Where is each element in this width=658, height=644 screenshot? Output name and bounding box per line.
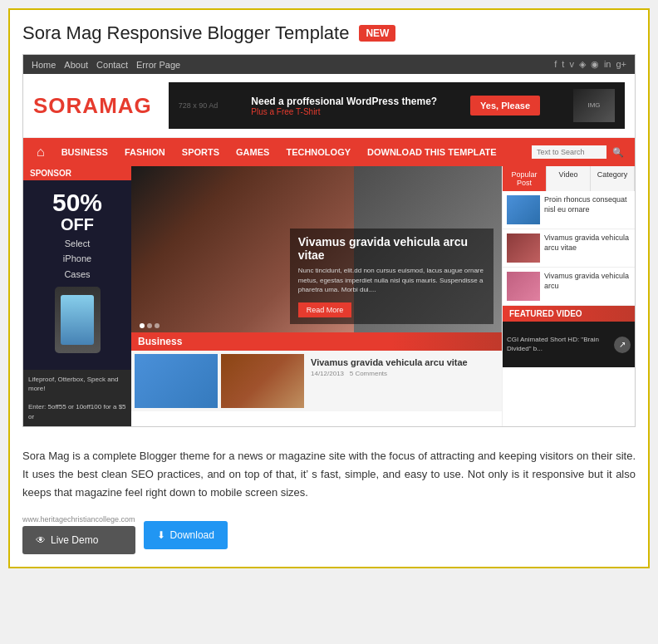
logo-black: SORA xyxy=(33,93,99,118)
business-thumb-1 xyxy=(135,354,218,408)
dot-1[interactable] xyxy=(140,323,145,328)
browser-nav: Home About Contact Error Page xyxy=(32,60,180,70)
business-article: Vivamus gravida vehicula arcu vitae 14/1… xyxy=(307,354,498,408)
page-title: Sora Mag Responsive Blogger Template xyxy=(22,22,349,44)
popular-thumb-3 xyxy=(507,272,540,301)
nav-contact[interactable]: Contact xyxy=(96,60,128,70)
social-gplus-icon[interactable]: g+ xyxy=(616,59,626,70)
social-misc2-icon[interactable]: ◉ xyxy=(591,59,599,70)
tpl-header: SORAMAG 728 x 90 Ad Need a proffesional … xyxy=(23,74,635,138)
ad-text-block: Need a proffesional WordPress theme? Plu… xyxy=(251,96,437,116)
popular-thumb-2 xyxy=(507,234,540,263)
ad-yes-button[interactable]: Yes, Please xyxy=(470,96,540,116)
nav-technology[interactable]: TECHNOLOGY xyxy=(277,140,359,164)
new-badge: NEW xyxy=(359,25,395,42)
tpl-hero: Vivamus gravida vehicula arcu vitae Nunc… xyxy=(131,166,502,332)
tpl-tabs: Popular Post Video Category xyxy=(503,166,635,191)
tpl-main: SPONSOR 50% OFF Select iPhone Cases Life… xyxy=(23,166,635,426)
browser-bar: Home About Contact Error Page f t v ◈ ◉ … xyxy=(23,55,635,74)
ad-percent: 50% xyxy=(30,190,125,215)
nav-about[interactable]: About xyxy=(64,60,88,70)
tpl-nav: ⌂ BUSINESS FASHION SPORTS GAMES TECHNOLO… xyxy=(23,138,635,166)
phone-screen xyxy=(61,295,94,345)
hero-title: Vivamus gravida vehicula arcu vitae xyxy=(298,235,485,262)
tpl-sidebar: SPONSOR 50% OFF Select iPhone Cases Life… xyxy=(23,166,131,426)
featured-video-content: CGI Animated Short HD: "Brain Divided" b… xyxy=(503,322,635,367)
social-vimeo-icon[interactable]: v xyxy=(569,59,574,70)
nav-fashion[interactable]: FASHION xyxy=(116,140,174,164)
dot-3[interactable] xyxy=(155,323,160,328)
business-comments: 5 Comments xyxy=(350,370,387,377)
read-more-button[interactable]: Read More xyxy=(298,302,352,317)
slider-dots xyxy=(140,323,160,328)
popular-text-1: Proin rhoncus consequat nisl eu ornare xyxy=(544,195,631,224)
tab-video[interactable]: Video xyxy=(547,166,591,191)
business-row: Vivamus gravida vehicula arcu vitae 14/1… xyxy=(131,351,502,411)
download-button[interactable]: ⬇ Download xyxy=(144,521,228,549)
title-row: Sora Mag Responsive Blogger Template NEW xyxy=(22,22,636,44)
business-meta: 14/12/2013 5 Comments xyxy=(311,370,495,377)
live-demo-button[interactable]: 👁 Live Demo xyxy=(22,526,135,554)
nav-home[interactable]: Home xyxy=(32,60,56,70)
template-content: SORAMAG 728 x 90 Ad Need a proffesional … xyxy=(23,74,635,426)
nav-sports[interactable]: SPORTS xyxy=(174,140,228,164)
live-demo-eye-icon: 👁 xyxy=(36,534,46,546)
hero-overlay: Vivamus gravida vehicula arcu vitae Nunc… xyxy=(290,229,494,324)
tpl-ad-banner: 728 x 90 Ad Need a proffesional WordPres… xyxy=(169,82,625,129)
business-thumb-2 xyxy=(221,354,304,408)
description-text: Sora Mag is a complete Blogger theme for… xyxy=(22,439,636,510)
nav-error[interactable]: Error Page xyxy=(136,60,180,70)
ad-phone-image xyxy=(55,287,101,353)
video-text: CGI Animated Short HD: "Brain Divided" b… xyxy=(507,336,614,353)
sidebar-ad-content: 50% OFF Select iPhone Cases xyxy=(23,180,131,370)
live-demo-wrapper: www.heritagechristiancollege.com 👁 Live … xyxy=(22,515,135,554)
search-input[interactable] xyxy=(532,145,606,159)
tpl-search: 🔍 xyxy=(532,144,630,161)
tab-category[interactable]: Category xyxy=(591,166,635,191)
ad-cases: Cases xyxy=(30,268,125,280)
ad-subtext: Plus a Free T-Shirt xyxy=(251,107,437,116)
popular-text-2: Vivamus gravida vehicula arcu vitae xyxy=(544,234,631,263)
tpl-right-sidebar: Popular Post Video Category Proin rhoncu… xyxy=(502,166,635,426)
social-facebook-icon[interactable]: f xyxy=(554,59,557,70)
ad-size-label: 728 x 90 Ad xyxy=(179,101,219,110)
popular-item-1: Proin rhoncus consequat nisl eu ornare xyxy=(503,191,635,229)
sponsor-label: SPONSOR xyxy=(23,166,131,180)
nav-games[interactable]: GAMES xyxy=(228,140,277,164)
ad-headline: Need a proffesional WordPress theme? xyxy=(251,96,437,107)
popular-item-3: Vivamus gravida vehicula arcu xyxy=(503,268,635,306)
social-twitter-icon[interactable]: t xyxy=(562,59,564,70)
ad-image: IMG xyxy=(573,89,615,122)
download-icon: ⬇ xyxy=(157,529,165,541)
tpl-logo: SORAMAG xyxy=(33,93,152,119)
social-linkedin-icon[interactable]: in xyxy=(604,59,611,70)
social-misc1-icon[interactable]: ◈ xyxy=(579,59,586,70)
nav-business[interactable]: BUSINESS xyxy=(53,140,116,164)
popular-thumb-1 xyxy=(507,195,540,224)
nav-home-icon[interactable]: ⌂ xyxy=(28,138,53,166)
main-container: Sora Mag Responsive Blogger Template NEW… xyxy=(8,8,650,568)
share-icon[interactable]: ↗ xyxy=(614,337,631,353)
ad-label: 728 x 90 Ad xyxy=(179,101,219,110)
browser-preview: Home About Contact Error Page f t v ◈ ◉ … xyxy=(22,54,636,427)
demo-url: www.heritagechristiancollege.com xyxy=(22,515,135,524)
tpl-center-content: Vivamus gravida vehicula arcu vitae Nunc… xyxy=(131,166,502,426)
bottom-buttons: www.heritagechristiancollege.com 👁 Live … xyxy=(22,510,636,554)
ad-select: Select xyxy=(30,238,125,249)
download-label: Download xyxy=(170,529,214,541)
dot-2[interactable] xyxy=(147,323,152,328)
search-button[interactable]: 🔍 xyxy=(606,144,630,161)
logo-red: MAG xyxy=(99,93,152,118)
tpl-nav-items: BUSINESS FASHION SPORTS GAMES TECHNOLOGY… xyxy=(53,140,505,164)
hero-text: Nunc tincidunt, elit.dd non cursus euism… xyxy=(298,266,485,294)
popular-item-2: Vivamus gravida vehicula arcu vitae xyxy=(503,229,635,268)
browser-social: f t v ◈ ◉ in g+ xyxy=(554,59,626,70)
nav-download-template[interactable]: DOWNLOAD THIS TEMPLATE xyxy=(359,140,505,164)
featured-video-header: FEATURED VIDEO xyxy=(503,306,635,322)
business-date: 14/12/2013 xyxy=(311,370,344,377)
business-section-header: Business xyxy=(131,332,502,351)
ad-iphone: iPhone xyxy=(30,253,125,264)
tab-popular[interactable]: Popular Post xyxy=(503,166,547,191)
business-title: Vivamus gravida vehicula arcu vitae xyxy=(311,357,495,367)
ad-off: OFF xyxy=(30,215,125,234)
